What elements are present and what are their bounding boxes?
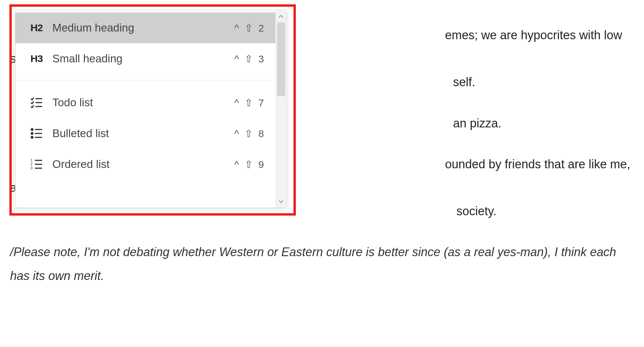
ordered-list-icon: 1 2 3: [27, 158, 46, 171]
menu-item-shortcut: ^ ⇧ 2: [234, 22, 265, 34]
block-type-menu-list: H2 Medium heading ^ ⇧ 2 H3 Small heading…: [15, 10, 275, 208]
svg-point-3: [31, 129, 33, 130]
menu-item-label: Medium heading: [46, 21, 234, 34]
note-paragraph: /Please note, I'm not debating whether W…: [10, 240, 637, 287]
heading-3-icon: H3: [27, 53, 46, 64]
menu-item-shortcut: ^ ⇧ 7: [234, 97, 265, 109]
svg-text:3: 3: [31, 166, 33, 170]
scroll-down-arrow-icon[interactable]: [276, 195, 286, 208]
menu-item-ordered-list[interactable]: 1 2 3 Ordered list ^ ⇧ 9: [15, 149, 275, 180]
menu-item-shortcut: ^ ⇧ 8: [234, 128, 265, 139]
bulleted-list-icon: [27, 127, 46, 140]
menu-item-shortcut: ^ ⇧ 9: [234, 159, 265, 170]
scrollbar-thumb[interactable]: [277, 22, 285, 96]
menu-item-todo-list[interactable]: Todo list ^ ⇧ 7: [15, 87, 275, 118]
todo-list-icon: [27, 96, 46, 109]
menu-item-label: Bulleted list: [46, 127, 234, 140]
menu-item-shortcut: ^ ⇧ 3: [234, 53, 265, 65]
scrollbar-track[interactable]: [276, 22, 286, 195]
heading-2-icon: H2: [27, 22, 46, 34]
scroll-up-arrow-icon[interactable]: [276, 10, 286, 22]
block-type-menu: H2 Medium heading ^ ⇧ 2 H3 Small heading…: [15, 10, 287, 208]
svg-point-7: [31, 136, 33, 138]
menu-item-bulleted-list[interactable]: Bulleted list ^ ⇧ 8: [15, 118, 275, 149]
svg-point-5: [31, 132, 33, 134]
menu-scrollbar[interactable]: [275, 10, 286, 208]
menu-item-label: Small heading: [46, 52, 234, 65]
menu-separator: [15, 80, 275, 80]
menu-item-small-heading[interactable]: H3 Small heading ^ ⇧ 3: [15, 43, 275, 74]
menu-item-label: Todo list: [46, 96, 234, 109]
menu-item-label: Ordered list: [46, 158, 234, 171]
section-heading: Well, that leads to our parents often sa…: [10, 338, 637, 347]
menu-item-medium-heading[interactable]: H2 Medium heading ^ ⇧ 2: [15, 12, 275, 43]
